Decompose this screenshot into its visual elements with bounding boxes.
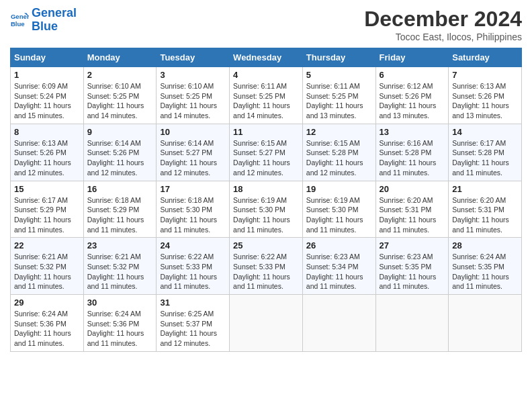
day-cell: 19Sunrise: 6:19 AMSunset: 5:30 PMDayligh…: [302, 181, 375, 238]
day-number: 15: [14, 184, 80, 194]
day-info: Sunrise: 6:16 AMSunset: 5:28 PMDaylight:…: [380, 138, 445, 178]
day-info: Sunrise: 6:19 AMSunset: 5:30 PMDaylight:…: [306, 195, 372, 235]
day-number: 3: [160, 70, 226, 80]
day-number: 13: [380, 127, 445, 137]
day-number: 20: [380, 184, 445, 194]
day-cell: 30Sunrise: 6:24 AMSunset: 5:36 PMDayligh…: [83, 295, 157, 352]
header: General Blue General Blue December 2024 …: [10, 7, 522, 42]
day-number: 9: [87, 127, 153, 137]
day-cell: 13Sunrise: 6:16 AMSunset: 5:28 PMDayligh…: [375, 124, 449, 181]
day-info: Sunrise: 6:18 AMSunset: 5:30 PMDaylight:…: [160, 195, 226, 235]
weekday-tuesday: Tuesday: [157, 48, 230, 67]
day-cell: 27Sunrise: 6:23 AMSunset: 5:35 PMDayligh…: [375, 238, 449, 295]
week-row-4: 22Sunrise: 6:21 AMSunset: 5:32 PMDayligh…: [11, 238, 522, 295]
day-cell: 4Sunrise: 6:11 AMSunset: 5:25 PMDaylight…: [230, 67, 303, 124]
day-number: 4: [233, 70, 299, 80]
day-number: 24: [160, 240, 226, 250]
day-number: 25: [233, 240, 299, 250]
day-cell: 1Sunrise: 6:09 AMSunset: 5:24 PMDaylight…: [11, 67, 84, 124]
day-cell: 26Sunrise: 6:23 AMSunset: 5:34 PMDayligh…: [302, 238, 375, 295]
day-info: Sunrise: 6:22 AMSunset: 5:33 PMDaylight:…: [160, 252, 226, 291]
logo-icon: General Blue: [10, 11, 29, 30]
day-cell: 24Sunrise: 6:22 AMSunset: 5:33 PMDayligh…: [157, 238, 230, 295]
day-number: 8: [14, 127, 80, 137]
day-info: Sunrise: 6:15 AMSunset: 5:28 PMDaylight:…: [306, 138, 372, 178]
day-info: Sunrise: 6:18 AMSunset: 5:29 PMDaylight:…: [87, 195, 153, 235]
month-title: December 2024: [364, 7, 522, 32]
day-cell: 9Sunrise: 6:14 AMSunset: 5:26 PMDaylight…: [83, 124, 157, 181]
day-cell: 20Sunrise: 6:20 AMSunset: 5:31 PMDayligh…: [375, 181, 449, 238]
day-info: Sunrise: 6:10 AMSunset: 5:25 PMDaylight:…: [87, 81, 153, 121]
day-number: 10: [160, 127, 226, 137]
day-cell: 15Sunrise: 6:17 AMSunset: 5:29 PMDayligh…: [11, 181, 84, 238]
day-cell: 31Sunrise: 6:25 AMSunset: 5:37 PMDayligh…: [157, 295, 230, 352]
logo: General Blue General Blue: [10, 7, 77, 34]
day-number: 28: [452, 240, 518, 250]
weekday-saturday: Saturday: [449, 48, 522, 67]
day-number: 19: [306, 184, 372, 194]
day-cell: 18Sunrise: 6:19 AMSunset: 5:30 PMDayligh…: [230, 181, 303, 238]
day-cell: [449, 295, 522, 352]
day-number: 12: [306, 127, 372, 137]
day-cell: 23Sunrise: 6:21 AMSunset: 5:32 PMDayligh…: [83, 238, 157, 295]
day-number: 30: [87, 298, 153, 308]
day-cell: 12Sunrise: 6:15 AMSunset: 5:28 PMDayligh…: [302, 124, 375, 181]
day-info: Sunrise: 6:20 AMSunset: 5:31 PMDaylight:…: [380, 195, 445, 235]
week-row-2: 8Sunrise: 6:13 AMSunset: 5:26 PMDaylight…: [11, 124, 522, 181]
day-cell: 25Sunrise: 6:22 AMSunset: 5:33 PMDayligh…: [230, 238, 303, 295]
day-info: Sunrise: 6:14 AMSunset: 5:27 PMDaylight:…: [160, 138, 226, 178]
location-title: Tococ East, Ilocos, Philippines: [364, 32, 522, 42]
day-info: Sunrise: 6:14 AMSunset: 5:26 PMDaylight:…: [87, 138, 153, 178]
week-row-3: 15Sunrise: 6:17 AMSunset: 5:29 PMDayligh…: [11, 181, 522, 238]
weekday-wednesday: Wednesday: [230, 48, 303, 67]
day-number: 2: [87, 70, 153, 80]
weekday-thursday: Thursday: [302, 48, 375, 67]
day-cell: 29Sunrise: 6:24 AMSunset: 5:36 PMDayligh…: [11, 295, 84, 352]
week-row-5: 29Sunrise: 6:24 AMSunset: 5:36 PMDayligh…: [11, 295, 522, 352]
logo-line1: General: [32, 6, 77, 19]
day-cell: 22Sunrise: 6:21 AMSunset: 5:32 PMDayligh…: [11, 238, 84, 295]
weekday-header-row: SundayMondayTuesdayWednesdayThursdayFrid…: [11, 48, 522, 67]
title-area: December 2024 Tococ East, Ilocos, Philip…: [364, 7, 522, 42]
day-info: Sunrise: 6:24 AMSunset: 5:36 PMDaylight:…: [87, 309, 153, 349]
day-number: 17: [160, 184, 226, 194]
day-number: 7: [452, 70, 518, 80]
day-info: Sunrise: 6:19 AMSunset: 5:30 PMDaylight:…: [233, 195, 299, 235]
day-cell: 5Sunrise: 6:11 AMSunset: 5:25 PMDaylight…: [302, 67, 375, 124]
day-info: Sunrise: 6:11 AMSunset: 5:25 PMDaylight:…: [233, 81, 299, 121]
day-cell: 2Sunrise: 6:10 AMSunset: 5:25 PMDaylight…: [83, 67, 157, 124]
svg-text:Blue: Blue: [11, 20, 25, 28]
day-cell: 10Sunrise: 6:14 AMSunset: 5:27 PMDayligh…: [157, 124, 230, 181]
logo-text: General Blue: [32, 7, 77, 34]
day-info: Sunrise: 6:24 AMSunset: 5:35 PMDaylight:…: [452, 252, 518, 291]
day-info: Sunrise: 6:24 AMSunset: 5:36 PMDaylight:…: [14, 309, 80, 349]
day-info: Sunrise: 6:11 AMSunset: 5:25 PMDaylight:…: [306, 81, 372, 121]
day-info: Sunrise: 6:20 AMSunset: 5:31 PMDaylight:…: [452, 195, 518, 235]
day-info: Sunrise: 6:21 AMSunset: 5:32 PMDaylight:…: [14, 252, 80, 291]
day-info: Sunrise: 6:12 AMSunset: 5:26 PMDaylight:…: [380, 81, 445, 121]
day-number: 6: [380, 70, 445, 80]
day-info: Sunrise: 6:22 AMSunset: 5:33 PMDaylight:…: [233, 252, 299, 291]
week-row-1: 1Sunrise: 6:09 AMSunset: 5:24 PMDaylight…: [11, 67, 522, 124]
day-number: 18: [233, 184, 299, 194]
day-number: 31: [160, 298, 226, 308]
day-info: Sunrise: 6:13 AMSunset: 5:26 PMDaylight:…: [14, 138, 80, 178]
day-info: Sunrise: 6:17 AMSunset: 5:28 PMDaylight:…: [452, 138, 518, 178]
day-cell: 21Sunrise: 6:20 AMSunset: 5:31 PMDayligh…: [449, 181, 522, 238]
logo-line2: Blue: [32, 19, 58, 33]
calendar-table: SundayMondayTuesdayWednesdayThursdayFrid…: [10, 48, 522, 352]
day-cell: 8Sunrise: 6:13 AMSunset: 5:26 PMDaylight…: [11, 124, 84, 181]
day-number: 14: [452, 127, 518, 137]
day-info: Sunrise: 6:13 AMSunset: 5:26 PMDaylight:…: [452, 81, 518, 121]
weekday-monday: Monday: [83, 48, 157, 67]
day-number: 5: [306, 70, 372, 80]
day-cell: [375, 295, 449, 352]
day-cell: 7Sunrise: 6:13 AMSunset: 5:26 PMDaylight…: [449, 67, 522, 124]
weekday-friday: Friday: [375, 48, 449, 67]
day-number: 16: [87, 184, 153, 194]
day-cell: 6Sunrise: 6:12 AMSunset: 5:26 PMDaylight…: [375, 67, 449, 124]
day-info: Sunrise: 6:09 AMSunset: 5:24 PMDaylight:…: [14, 81, 80, 121]
day-number: 1: [14, 70, 80, 80]
day-number: 11: [233, 127, 299, 137]
day-cell: 28Sunrise: 6:24 AMSunset: 5:35 PMDayligh…: [449, 238, 522, 295]
